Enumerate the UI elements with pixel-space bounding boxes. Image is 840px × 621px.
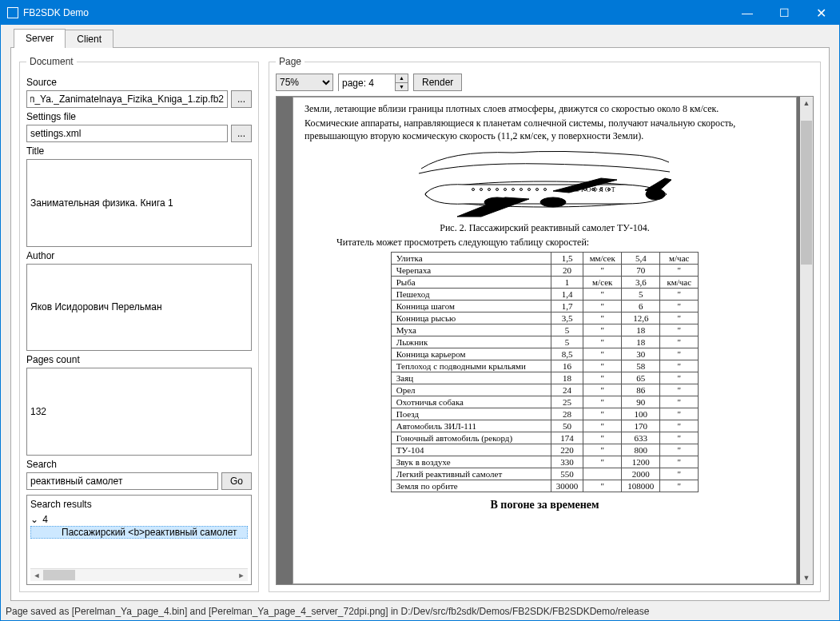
airplane-illustration: А Э Р О Ф Л О Т xyxy=(417,146,673,218)
spin-up-icon[interactable]: ▲ xyxy=(396,74,408,83)
scroll-thumb[interactable] xyxy=(43,570,75,580)
scroll-down-icon[interactable]: ▼ xyxy=(800,571,813,584)
scroll-left-icon[interactable]: ◄ xyxy=(30,569,43,582)
page-legend: Page xyxy=(276,56,305,67)
page-scroll-thumb[interactable] xyxy=(801,121,812,265)
pages-input[interactable] xyxy=(26,368,252,456)
page-spinner[interactable]: ▲ ▼ xyxy=(338,74,408,91)
search-results-title: Search results xyxy=(30,499,248,510)
search-input[interactable] xyxy=(26,472,218,490)
author-label: Author xyxy=(26,250,252,261)
minimize-button[interactable]: — xyxy=(729,1,766,25)
document-legend: Document xyxy=(26,56,77,67)
tree-node[interactable]: ⌄ 4 xyxy=(30,513,248,526)
source-browse-button[interactable]: ... xyxy=(231,90,252,108)
page-viewport: Земли, летающие вблизи границы плотных с… xyxy=(276,96,814,585)
tree-expand-icon[interactable]: ⌄ xyxy=(30,514,40,525)
close-button[interactable]: ✕ xyxy=(802,1,839,25)
zoom-select[interactable]: 75% xyxy=(276,74,333,91)
section-heading: В погоне за временем xyxy=(305,499,785,512)
search-label: Search xyxy=(26,459,252,470)
search-results-box: Search results ⌄ 4 Пассажирский <b>реакт… xyxy=(26,495,252,586)
search-results-tree[interactable]: ⌄ 4 Пассажирский <b>реактивный самолет xyxy=(30,513,248,569)
tab-client[interactable]: Client xyxy=(65,30,113,48)
page-group: Page 75% ▲ ▼ Render xyxy=(269,56,821,592)
title-label: Title xyxy=(26,145,252,157)
maximize-button[interactable]: ☐ xyxy=(766,1,802,25)
app-icon xyxy=(7,7,18,18)
settings-input[interactable] xyxy=(26,125,228,142)
svg-point-2 xyxy=(484,197,510,207)
document-group: Document Source ... Settings file ... Ti… xyxy=(19,56,259,592)
page-toolbar: 75% ▲ ▼ Render xyxy=(276,74,814,91)
tree-hscrollbar[interactable]: ◄ ► xyxy=(30,568,248,581)
table-intro: Читатель может просмотреть следующую таб… xyxy=(336,236,785,249)
source-label: Source xyxy=(26,77,252,88)
settings-browse-button[interactable]: ... xyxy=(231,125,252,142)
author-input[interactable] xyxy=(26,264,252,352)
settings-label: Settings file xyxy=(26,111,252,122)
page-vscrollbar[interactable]: ▲ ▼ xyxy=(800,97,813,584)
rendered-page: Земли, летающие вблизи границы плотных с… xyxy=(293,97,797,584)
title-input[interactable] xyxy=(26,159,252,247)
page-paragraph: Земли, летающие вблизи границы плотных с… xyxy=(305,102,785,115)
search-go-button[interactable]: Go xyxy=(221,472,252,490)
source-input[interactable] xyxy=(26,90,228,108)
titlebar: FB2SDK Demo — ☐ ✕ xyxy=(1,1,839,25)
app-window: FB2SDK Demo — ☐ ✕ Server Client Document… xyxy=(0,0,840,621)
page-paragraph: Космические аппараты, направляющиеся к п… xyxy=(305,117,785,142)
tree-leaf-selected[interactable]: Пассажирский <b>реактивный самолет xyxy=(30,526,248,539)
speeds-table: Улитка1,5мм/сек5,4м/часЧерепаха20"70"Рыб… xyxy=(391,252,699,492)
status-bar: Page saved as [Perelman_Ya_page_4.bin] a… xyxy=(1,604,839,620)
spin-down-icon[interactable]: ▼ xyxy=(396,83,408,91)
svg-point-3 xyxy=(540,197,566,207)
client-area: Server Client Document Source ... Settin… xyxy=(1,25,839,620)
tab-server[interactable]: Server xyxy=(14,29,66,48)
tree-node-label: 4 xyxy=(42,514,48,525)
scroll-up-icon[interactable]: ▲ xyxy=(800,97,813,109)
figure-caption: Рис. 2. Пассажирский реактивный самолет … xyxy=(305,221,785,234)
window-title: FB2SDK Demo xyxy=(23,7,729,18)
pages-label: Pages count xyxy=(26,354,252,365)
scroll-right-icon[interactable]: ► xyxy=(235,569,248,582)
render-button[interactable]: Render xyxy=(413,74,462,91)
page-spinner-input[interactable] xyxy=(339,74,395,92)
tab-page-server: Document Source ... Settings file ... Ti… xyxy=(10,47,830,601)
tab-bar: Server Client xyxy=(1,26,839,48)
